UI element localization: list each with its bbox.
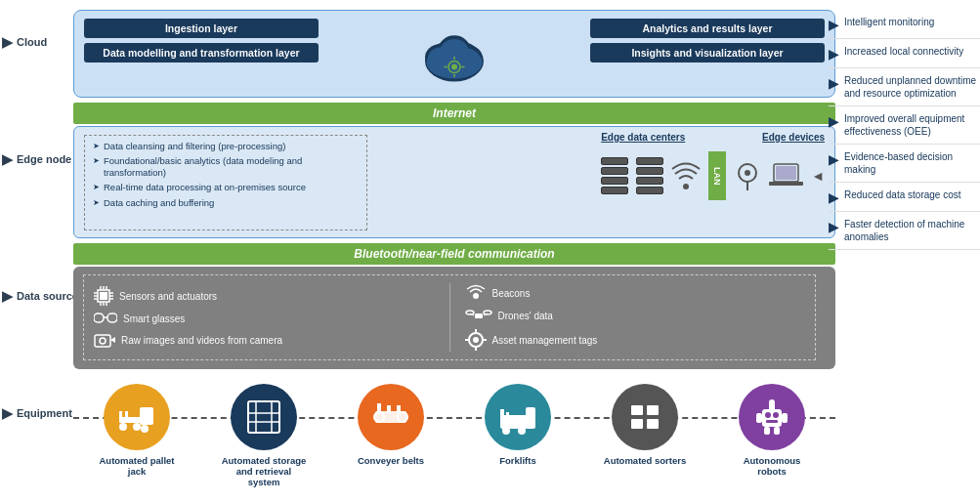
svg-point-9 [451, 64, 457, 70]
benefit-text-decision: Evidence-based decision making [844, 150, 980, 176]
data-item-drones: Drones' data [465, 308, 806, 323]
svg-rect-53 [483, 339, 487, 341]
svg-rect-51 [475, 347, 477, 351]
svg-rect-81 [647, 419, 659, 429]
cloud-icon [415, 24, 493, 83]
benefit-text-storage-cost: Reduced data storage cost [844, 188, 961, 201]
cloud-arrow: ▶ [2, 34, 13, 51]
svg-rect-59 [140, 407, 153, 425]
sorters-icon [623, 397, 666, 437]
server-rack-icon-2 [636, 157, 663, 194]
equip-circle-storage [231, 384, 297, 450]
data-item-camera: Raw images and videos from camera [94, 331, 435, 349]
chip-icon [94, 286, 113, 306]
equipment-section: Automated pallet jack Automated storage … [73, 374, 835, 497]
beacons-label: Beacons [492, 288, 531, 299]
benefit-item-storage-cost: ▶ Reduced data storage cost [829, 183, 980, 212]
benefit-item-oee: ▶ Improved overall equipment effectivene… [829, 106, 980, 145]
edge-devices-area: Edge data centers Edge devices [601, 132, 825, 200]
right-benefits: ▶ Intelligent monitoring ▶ Increased loc… [829, 10, 980, 250]
layers-left: Ingestion layer Data modelling and trans… [84, 19, 319, 63]
equip-arrow: ▶ [2, 405, 13, 422]
benefit-text-downtime: Reduced unplanned downtime and resource … [844, 74, 980, 100]
equip-item-robots: Autonomous robots [718, 384, 826, 477]
svg-rect-73 [526, 407, 535, 429]
left-label-data: ▶ Data sources [2, 288, 84, 305]
server-rack-icon [601, 157, 628, 194]
cloud-section: Ingestion layer Data modelling and trans… [73, 10, 835, 98]
svg-rect-78 [631, 405, 643, 415]
equip-item-sorters: Automated sorters [591, 384, 699, 466]
data-item-glasses: Smart glasses [94, 312, 435, 325]
conveyer-icon [369, 397, 412, 437]
equip-circle-forklift [485, 384, 551, 450]
equip-label-storage: Automated storage and retrieval system [220, 455, 308, 487]
equipment-dashed-line [73, 417, 835, 419]
benefit-text-monitoring: Intelligent monitoring [844, 16, 934, 28]
edge-arrow: ▶ [2, 151, 13, 168]
benefit-text-anomalies: Faster detection of machine anomalies [844, 218, 980, 243]
benefit-item-anomalies: ▶ Faster detection of machine anomalies [829, 212, 980, 250]
equip-circle-sorters [612, 384, 678, 450]
svg-point-41 [100, 338, 106, 344]
data-inner: Sensors and actuators Smart glasses [83, 274, 816, 360]
storage-icon [242, 397, 285, 437]
benefit-arrow-7: ▶ [829, 219, 839, 234]
equip-item-conveyer: Conveyer belts [337, 384, 445, 466]
equip-circle-conveyer [358, 384, 424, 450]
edge-item-2: Foundational/basic analytics (data model… [93, 155, 359, 178]
svg-rect-21 [100, 292, 107, 300]
svg-rect-80 [631, 419, 643, 429]
benefit-arrow-5: ▶ [829, 151, 839, 167]
benefit-arrow-2: ▶ [829, 46, 839, 62]
center-content: Ingestion layer Data modelling and trans… [73, 10, 835, 497]
benefit-item-decision: ▶ Evidence-based decision making [829, 145, 980, 183]
benefit-arrow-3: ▶ [829, 75, 839, 91]
layer-analytics: Analytics and results layer [590, 19, 825, 38]
left-label-equip: ▶ Equipment [2, 405, 72, 422]
svg-rect-89 [782, 413, 788, 423]
equip-label-forklift: Forklifts [499, 455, 535, 466]
svg-point-42 [473, 293, 479, 299]
svg-point-87 [769, 399, 775, 405]
glasses-label: Smart glasses [123, 314, 185, 324]
benefit-arrow-1: ▶ [829, 17, 839, 32]
svg-point-57 [119, 423, 127, 431]
benefit-item-downtime: ▶ Reduced unplanned downtime and resourc… [829, 68, 980, 106]
equip-circle-pallet [104, 384, 170, 450]
svg-point-14 [683, 184, 689, 189]
svg-rect-39 [95, 335, 110, 347]
gear-icon-data [465, 329, 487, 351]
data-col-left: Sensors and actuators Smart glasses [94, 286, 435, 349]
svg-point-83 [765, 412, 771, 418]
svg-rect-91 [774, 427, 780, 435]
edge-dc-label: Edge data centers [601, 132, 685, 143]
wifi-icon [671, 159, 701, 193]
svg-rect-50 [475, 329, 477, 333]
internet-band: Internet [73, 103, 835, 124]
svg-rect-54 [119, 417, 143, 423]
data-item-sensors: Sensors and actuators [94, 286, 435, 306]
equip-item-storage: Automated storage and retrieval system [210, 384, 318, 487]
svg-rect-70 [387, 405, 391, 413]
benefit-text-connectivity: Increased local connectivity [844, 45, 963, 58]
svg-rect-88 [756, 413, 762, 423]
edge-item-1: Data cleansing and filtering (pre-proces… [93, 141, 359, 151]
forklift-icon [496, 397, 539, 437]
layer-modelling: Data modelling and transformation layer [84, 43, 319, 63]
laptop-icon [769, 161, 803, 190]
svg-rect-61 [248, 401, 279, 433]
benefit-item-monitoring: ▶ Intelligent monitoring [829, 10, 980, 39]
svg-point-16 [745, 170, 750, 176]
left-label-cloud: ▶ Cloud [2, 34, 47, 51]
layers-right: Analytics and results layer Insights and… [590, 19, 825, 63]
svg-point-84 [773, 412, 779, 418]
edge-section: Data cleansing and filtering (pre-proces… [73, 126, 835, 238]
equip-label-sorters: Automated sorters [604, 455, 686, 466]
tags-label: Asset management tags [492, 335, 598, 346]
svg-rect-55 [119, 411, 122, 421]
layer-insights: Insights and visualization layer [590, 43, 825, 63]
data-arrow: ▶ [2, 288, 13, 305]
svg-rect-75 [506, 412, 509, 419]
drones-label: Drones' data [498, 311, 553, 321]
